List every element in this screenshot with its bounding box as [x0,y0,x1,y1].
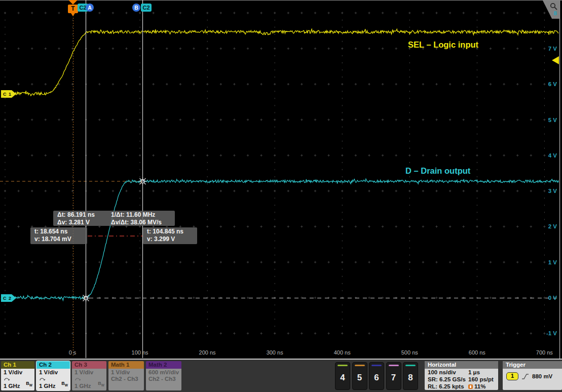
channel-button-4[interactable]: 4 [335,362,350,390]
channel-button-6[interactable]: 6 [369,362,384,390]
channel-button-7[interactable]: 7 [386,362,401,390]
channel-scale: 1 V/div [111,369,142,376]
channel-card-ch1[interactable]: Ch 11 V/div1 GHzBW [1,361,34,390]
svg-text:b: b [141,179,144,184]
trigger-panel-title: Trigger [503,361,562,369]
position-indicator-icon [468,384,473,389]
cursor-b-source-badge[interactable]: C2 [141,4,152,12]
channel-scale: 1 V/div [39,369,68,376]
bandwidth-limit-icon: BW [26,380,32,388]
slew-rate-value: Δv/Δt: 38.06 MV/s [111,219,162,226]
trigger-arrow-icon [68,0,78,5]
channel-color-bar [405,365,416,366]
time-axis-label: 100 ns [132,349,148,356]
settings-bar: Ch 11 V/div1 GHzBWCh 21 V/div1 GHzBWCh 3… [0,359,562,392]
cursor-delta-readout: Δt: 86.191 ns1/Δt: 11.60 MHz Δv: 3.281 V… [53,211,175,226]
voltage-axis-label: 2 V [538,223,557,229]
channel-bandwidth: 1 GHz [4,383,20,389]
probe-icon [39,376,46,381]
voltage-axis-label: 4 V [538,152,557,159]
channel-card-ch3[interactable]: Ch 31 V/div1 GHzBW [72,361,106,390]
cursor-b-voltage: v: 3.299 V [147,236,193,243]
horizontal-panel-title: Horizontal [425,361,498,369]
math-source: Ch2 - Ch3 [111,376,142,382]
channel-card-ch2[interactable]: Ch 21 V/div1 GHzBW [36,361,70,390]
inv-delta-t-value: 1/Δt: 11.60 MHz [111,211,155,219]
channel-card-title: Math 2 [146,361,181,369]
cursor-b-readout: t: 104.845 ns v: 3.299 V [143,227,197,244]
time-axis-label: 200 ns [199,349,216,356]
channel-color-bar [338,365,348,366]
ch1-trace [1,29,558,96]
trigger-flag[interactable]: T [68,5,78,13]
channel-scale: 1 V/div [74,369,104,376]
cursor-b-badge[interactable]: B [132,4,140,12]
channel-button-5[interactable]: 5 [352,362,367,390]
voltage-axis-label: 8 [538,10,557,16]
delta-v-value: Δv: 3.281 V [57,219,111,226]
ch2-annotation-label: D – Drain output [405,166,470,176]
horizontal-row: SR: 6.25 GS/s160 ps/pt [428,376,498,383]
time-axis-label: 600 ns [469,349,485,356]
bandwidth-limit-icon: BW [61,380,68,388]
channel-card-body: 1 V/div1 GHzBW [36,369,70,390]
waveform-display[interactable]: ab T C2 A B C2 SEL – Logic input D – Dra… [0,0,562,360]
time-axis-label: 400 ns [334,349,351,356]
horizontal-setting: 11% [468,383,485,390]
trigger-panel[interactable]: Trigger 1 880 mV [503,361,562,390]
horizontal-row: RL: 6.25 kpts11% [428,383,498,390]
math-source: Ch2 - Ch3 [148,376,179,382]
trigger-level-arrow-icon[interactable] [552,56,559,64]
cursor-a-time: t: 18.654 ns [34,228,83,236]
horizontal-row: 100 ns/div1 μs [428,369,498,376]
channel-card-title: Math 1 [108,361,144,369]
channel-card-body: 1 V/divCh2 - Ch3 [108,369,144,390]
trigger-position-marker[interactable]: T [68,0,78,17]
voltage-axis-label: 7 V [538,46,557,52]
channel-color-bar [355,365,365,366]
delta-t-value: Δt: 86.191 ns [57,211,111,219]
ch1-annotation-label: SEL – Logic input [408,40,478,50]
trigger-slope-icon [521,373,529,380]
channel-card-title: Ch 3 [72,361,106,369]
horizontal-setting: SR: 6.25 GS/s [428,376,468,383]
cursor-a-badge[interactable]: A [86,4,94,12]
scope-graticule: ab [0,0,562,360]
bandwidth-limit-icon: BW [98,380,104,388]
time-axis-label: 500 ns [401,349,418,356]
cursor-a-voltage: v: 18.704 mV [34,236,83,243]
time-axis-label: 0 s [69,349,77,356]
trigger-source-badge[interactable]: 1 [506,372,518,380]
channel-button-8[interactable]: 8 [403,362,418,390]
probe-icon [74,376,81,381]
horizontal-setting: 160 ps/pt [468,376,494,383]
cursor-b-time: t: 104.845 ns [147,228,193,236]
channel-card-title: Ch 1 [1,361,34,369]
trigger-flag-point [71,13,75,16]
trigger-level-value: 880 mV [532,373,552,379]
time-axis-label: 700 ns [536,349,553,356]
voltage-axis-label: -1 V [538,330,557,336]
channel-card-body: 600 mV/divCh2 - Ch3 [146,369,181,390]
channel-card-math1[interactable]: Math 11 V/divCh2 - Ch3 [108,361,144,390]
voltage-axis-label: 1 V [538,259,557,265]
channel-card-math2[interactable]: Math 2600 mV/divCh2 - Ch3 [146,361,181,390]
channel-scale: 1 V/div [4,369,32,376]
horizontal-setting: RL: 6.25 kpts [428,383,468,390]
voltage-axis-label: 5 V [538,117,557,123]
horizontal-panel[interactable]: Horizontal 100 ns/div1 μsSR: 6.25 GS/s16… [425,361,498,390]
channel-color-bar [371,365,382,366]
voltage-axis-label: 3 V [538,188,557,194]
horizontal-setting: 100 ns/div [428,369,468,376]
channel-card-body: 1 V/div1 GHzBW [1,369,34,390]
horizontal-setting: 1 μs [468,369,480,376]
probe-icon [4,376,10,381]
time-axis-label: 300 ns [267,349,283,356]
channel-bandwidth: 1 GHz [74,383,91,389]
channel-bandwidth: 1 GHz [39,383,56,389]
voltage-axis-label: 0 V [538,295,557,301]
channel-card-body: 1 V/div1 GHzBW [72,369,106,390]
voltage-axis-label: 6 V [538,81,557,87]
channel-scale: 600 mV/div [148,369,179,376]
oscilloscope-app: ab T C2 A B C2 SEL – Logic input D – Dra… [0,0,562,392]
